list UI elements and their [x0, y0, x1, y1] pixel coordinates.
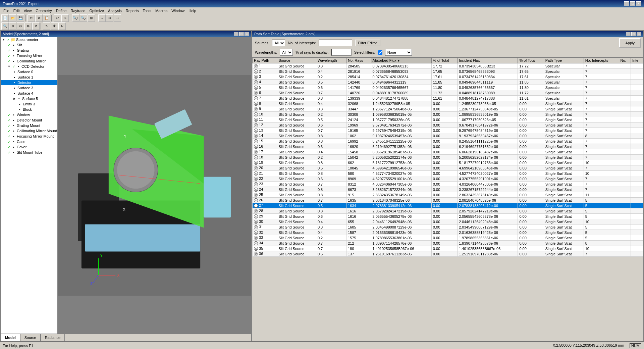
close-btn[interactable]: ×: [636, 1, 641, 6]
table-row[interactable]: ⊙ 6 Slit Grid Source 0.7 140726 0.048891…: [253, 90, 643, 96]
model-close[interactable]: ×: [245, 32, 249, 36]
table-row[interactable]: ⊙ 4 Slit Grid Source 0.5 142440 0.049469…: [253, 80, 643, 85]
table-row[interactable]: ⊙ 3 Slit Grid Source 0.2 285414 0.073476…: [253, 74, 643, 80]
col-path-type[interactable]: Path Type: [544, 58, 584, 63]
tree-item-detector[interactable]: ▪ Detector: [1, 80, 57, 85]
tree-item-entity3[interactable]: ▪ Entity 3: [1, 101, 57, 107]
pct-rays-input[interactable]: 100: [331, 49, 352, 56]
tab-radiance[interactable]: Radiance: [41, 334, 65, 341]
select-btn[interactable]: ↖: [43, 22, 50, 30]
table-row[interactable]: ⊙ 33 Slit Grid Source 0.2 1575 1.9789865…: [253, 235, 643, 241]
filter-checkbox[interactable]: [378, 50, 382, 55]
filter-select[interactable]: None: [385, 49, 412, 56]
tree-item-case[interactable]: ✓ ▪ Case: [1, 139, 57, 144]
copy-btn[interactable]: ⧉: [35, 14, 43, 22]
zoom-out-btn[interactable]: 🔍-: [80, 14, 87, 22]
move-btn[interactable]: ✥: [51, 22, 58, 30]
table-row[interactable]: ⊙ 20 Slit Grid Source 0.5 10045 4.699642…: [253, 165, 643, 171]
model-maximize[interactable]: □: [239, 32, 244, 36]
menu-window[interactable]: Window: [169, 8, 186, 13]
tree-item-surface0[interactable]: ▪ Surface 0: [1, 69, 57, 74]
menu-raytrace[interactable]: Raytrace: [68, 8, 87, 13]
menu-file[interactable]: File: [1, 8, 11, 13]
col-inte[interactable]: Inte: [631, 58, 643, 63]
table-row[interactable]: ⊙ 30 Slit Grid Source 0.4 655 2.04461126…: [253, 219, 643, 225]
table-row[interactable]: ⊙ 29 Slit Grid Source 0.6 1616 2.0565554…: [253, 214, 643, 219]
menu-define[interactable]: Define: [54, 8, 69, 13]
sources-select[interactable]: All: [272, 40, 285, 46]
table-row[interactable]: ⊙ 13 Slit Grid Source 0.7 19165 9.297694…: [253, 128, 643, 133]
table-row[interactable]: ⊙ 25 Slit Grid Source 0.8 915 2.86324353…: [253, 192, 643, 198]
table-row[interactable]: ⊙ 36 Slit Grid Source 0.5 137 1.25191697…: [253, 251, 643, 257]
fit-btn[interactable]: ⊞: [88, 14, 95, 22]
table-row[interactable]: ⊙ 5 Slit Grid Source 0.6 141769 0.049263…: [253, 85, 643, 90]
menu-tools[interactable]: Tools: [141, 8, 153, 13]
table-row[interactable]: ⊙ 35 Slit Grid Source 0.7 180 1.40102535…: [253, 246, 643, 251]
col-source[interactable]: Source: [277, 58, 316, 63]
tree-item-surface4[interactable]: ▪ Surface 4: [1, 91, 57, 96]
menu-view[interactable]: View: [22, 8, 34, 13]
tree-item-focusing-mirror[interactable]: ✓ ▪ Focusing Mirror: [1, 53, 57, 58]
ray2-btn[interactable]: ⇒: [106, 14, 113, 22]
tree-item-block[interactable]: ▪ Block: [1, 107, 57, 112]
new-btn[interactable]: 📄: [1, 14, 9, 22]
apply-btn[interactable]: Apply: [619, 38, 641, 48]
undo-btn[interactable]: ↩: [54, 14, 61, 22]
tree-item-window[interactable]: ✓ ▪ Window: [1, 112, 57, 117]
table-row[interactable]: ⊙ 1 Slit Grid Source 0.3 284505 0.073943…: [253, 63, 643, 69]
zoom-btn5[interactable]: ⊗: [24, 22, 32, 30]
zoom-btn4[interactable]: ⊖: [17, 22, 24, 30]
menu-help[interactable]: Help: [186, 8, 198, 13]
menu-reports[interactable]: Reports: [124, 8, 141, 13]
table-close[interactable]: ×: [637, 32, 641, 36]
table-row[interactable]: ⊙ 26 Slit Grid Source 0.7 1635 2.0818407…: [253, 198, 643, 203]
menu-optimize[interactable]: Optimize: [87, 8, 106, 13]
table-row[interactable]: ⊙ 9 Slit Grid Source 0.3 33447 1.2367712…: [253, 106, 643, 112]
col-pct-total1[interactable]: % of Total: [431, 58, 457, 63]
tree-item-collimating-mirror-mount[interactable]: ✓ ▪ Collimating Mirror Mount: [1, 128, 57, 134]
table-row[interactable]: ⊙ 19 Slit Grid Source 0.8 662 5.18177279…: [253, 160, 643, 165]
tree-item-grating-mount[interactable]: ✓ ▪ Grating Mount: [1, 123, 57, 128]
zoom-btn6[interactable]: ⊘: [32, 22, 40, 30]
table-row[interactable]: ⊙ 31 Slit Grid Source 0.3 1605 2.0345499…: [253, 225, 643, 230]
table-row[interactable]: ⊙ 11 Slit Grid Source 0.5 24124 1.067771…: [253, 117, 643, 122]
table-row[interactable]: ⊙ 10 Slit Grid Source 0.2 30308 1.089583…: [253, 112, 643, 117]
tab-model[interactable]: Model: [1, 334, 20, 341]
3d-viewport[interactable]: Y X Y X Z: [58, 37, 251, 334]
tree-item-ccd-detector[interactable]: ▼ ✓ ▪ CCD Detector: [1, 64, 57, 69]
table-minimize[interactable]: ─: [626, 32, 631, 36]
col-incident-flux[interactable]: Incident Flux: [458, 58, 518, 63]
tree-item-surface3[interactable]: ▪ Surface 3: [1, 85, 57, 91]
zoom-in-btn[interactable]: 🔍+: [72, 14, 79, 22]
table-row[interactable]: ⊙ 7 Slit Grid Source 0.8 139339 0.048448…: [253, 96, 643, 101]
tree-item-surface5[interactable]: ▶ ▪ Surface 5: [1, 96, 57, 101]
menu-edit[interactable]: Edit: [11, 8, 22, 13]
tree-item-grating[interactable]: ✓ ▪ Grating: [1, 48, 57, 53]
table-row[interactable]: ⊙ 8 Slit Grid Source 0.4 32068 1.2455230…: [253, 101, 643, 106]
paste-btn[interactable]: 📋: [43, 14, 50, 22]
zoom-btn3[interactable]: ⊕: [9, 22, 16, 30]
rotate-btn[interactable]: ↻: [58, 22, 66, 30]
table-row[interactable]: ⊙ 18 Slit Grid Source 0.2 15042 5.200562…: [253, 155, 643, 160]
table-row[interactable]: ⊙ 28 Slit Grid Source 0.8 1616 2.0579282…: [253, 208, 643, 214]
col-no-intercepts[interactable]: No. Intercepts: [584, 58, 619, 63]
ray-btn[interactable]: →: [98, 14, 106, 22]
table-row[interactable]: ⊙ 24 Slit Grid Source 0.8 6673 3.2382671…: [253, 187, 643, 192]
minimize-btn[interactable]: ─: [624, 1, 629, 6]
menu-macros[interactable]: Macros: [153, 8, 169, 13]
tree-item-detector-mount[interactable]: ✓ ▪ Detector Mount: [1, 117, 57, 123]
col-no[interactable]: No.: [619, 58, 631, 63]
table-row[interactable]: ⊙ 15 Slit Grid Source 0.8 16992 8.245516…: [253, 139, 643, 144]
tree-item-collimating-mirror[interactable]: ✓ ▪ Collimating Mirror: [1, 58, 57, 64]
zoom-btn2[interactable]: 🔍: [1, 22, 9, 30]
redo-btn[interactable]: ↪: [61, 14, 69, 22]
col-wavelength[interactable]: Wavelength: [316, 58, 346, 63]
table-row[interactable]: ⊙ 21 Slit Grid Source 0.8 580 4.52774734…: [253, 171, 643, 176]
no-intercepts-input[interactable]: [319, 40, 352, 46]
table-row[interactable]: ⊙ 27 Slit Grid Source 0.5 1634 2.0783813…: [253, 203, 643, 208]
table-row[interactable]: ⊙ 23 Slit Grid Source 0.7 8312 4.0326406…: [253, 182, 643, 187]
filter-editor-btn[interactable]: Filter Editor: [355, 40, 380, 46]
tree-item-cover[interactable]: ✓ ▪ Cover: [1, 144, 57, 150]
cut-btn[interactable]: ✂: [28, 14, 35, 22]
save-btn[interactable]: 💾: [17, 14, 24, 22]
